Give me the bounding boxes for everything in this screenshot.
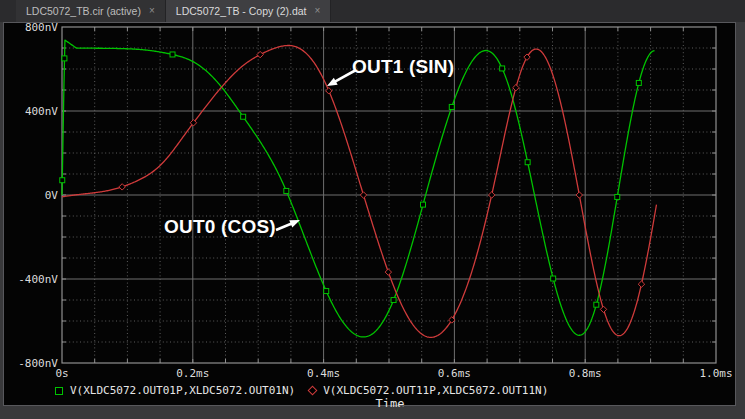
window-frame-left: [0, 22, 3, 407]
svg-text:0V: 0V: [45, 189, 59, 202]
tab-dat-file[interactable]: LDC5072_TB - Copy (2).dat ×: [166, 0, 332, 22]
close-icon[interactable]: ×: [149, 6, 155, 16]
svg-text:800nV: 800nV: [25, 21, 58, 34]
square-marker-icon: [55, 387, 63, 395]
document-tabbar: LDC5072_TB.cir (active) × LDC5072_TB - C…: [0, 0, 745, 22]
annotation-out0-cos: OUT0 (COS): [164, 216, 276, 238]
svg-text:0.4ms: 0.4ms: [307, 367, 340, 380]
diamond-marker-icon: [308, 386, 318, 396]
probe-window: LDC5072_TB.cir (active) × LDC5072_TB - C…: [0, 0, 745, 419]
svg-text:400nV: 400nV: [25, 105, 58, 118]
svg-text:0.6ms: 0.6ms: [438, 367, 471, 380]
window-frame-right: [736, 22, 745, 407]
svg-text:-800nV: -800nV: [18, 357, 58, 370]
svg-text:0.8ms: 0.8ms: [569, 367, 602, 380]
legend-label-out0: V(XLDC5072.OUT01P,XLDC5072.OUT01N): [70, 384, 295, 397]
legend-trace-out1[interactable]: V(XLDC5072.OUT11P,XLDC5072.OUT11N): [309, 384, 548, 397]
tab-label: LDC5072_TB - Copy (2).dat: [176, 5, 307, 17]
svg-text:0.2ms: 0.2ms: [176, 367, 209, 380]
tab-cir-file[interactable]: LDC5072_TB.cir (active) ×: [16, 0, 166, 22]
trace-legend: V(XLDC5072.OUT01P,XLDC5072.OUT01N) V(XLD…: [55, 384, 548, 397]
close-icon[interactable]: ×: [315, 6, 321, 16]
window-frame-bottom: [0, 407, 745, 419]
annotation-out1-sin: OUT1 (SIN): [352, 56, 454, 78]
tab-label: LDC5072_TB.cir (active): [26, 5, 141, 17]
svg-text:-400nV: -400nV: [18, 273, 58, 286]
legend-label-out1: V(XLDC5072.OUT11P,XLDC5072.OUT11N): [323, 384, 548, 397]
legend-trace-out0[interactable]: V(XLDC5072.OUT01P,XLDC5072.OUT01N): [55, 384, 295, 397]
svg-text:1.0ms: 1.0ms: [699, 367, 732, 380]
